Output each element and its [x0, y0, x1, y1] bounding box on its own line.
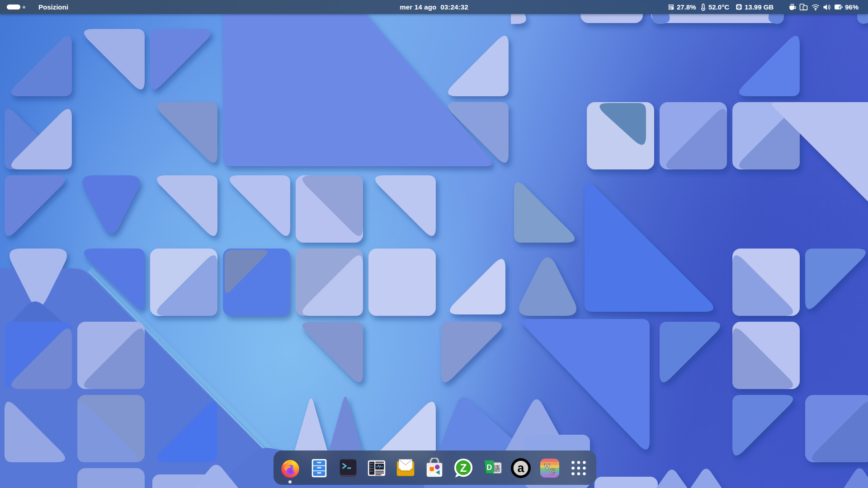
svg-text:Z: Z [460, 462, 467, 474]
svg-text:a: a [518, 461, 525, 475]
svg-text:C: C [550, 467, 556, 477]
svg-text:D: D [486, 463, 492, 471]
